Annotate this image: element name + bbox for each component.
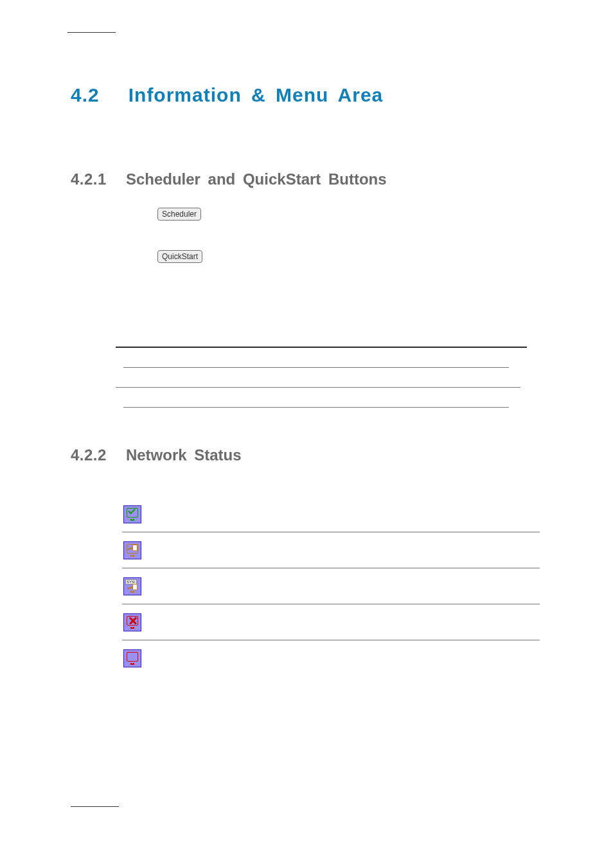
- divider-group: [116, 347, 549, 408]
- network-status-table: SYS!: [122, 496, 540, 676]
- subsection-title: Network Status: [126, 446, 242, 464]
- document-page: 4.2 Information & Menu Area 4.2.1 Schedu…: [0, 0, 613, 709]
- table-row: [122, 604, 540, 640]
- status-icon-cell: [122, 613, 143, 632]
- divider-line: [123, 407, 509, 408]
- status-icon-cell: [122, 649, 143, 668]
- scheduler-button[interactable]: Scheduler: [157, 208, 201, 221]
- table-row: SYS!: [122, 568, 540, 604]
- section-title: Information & Menu Area: [129, 84, 384, 106]
- quickstart-button[interactable]: QuickStart: [157, 250, 202, 263]
- status-icon-cell: [122, 541, 143, 560]
- table-row: [122, 640, 540, 676]
- button-example-row: Scheduler: [157, 208, 549, 221]
- status-icon-cell: SYS!: [122, 577, 143, 596]
- table-row: [122, 532, 540, 568]
- subsection-heading: 4.2.1 Scheduler and QuickStart Buttons: [71, 170, 549, 188]
- section-number: 4.2: [71, 84, 100, 106]
- header-rule: [67, 32, 116, 33]
- button-example-row: QuickStart: [157, 250, 549, 263]
- disconnected-icon: [123, 613, 141, 631]
- sys-plugged-icon: SYS!: [123, 577, 141, 595]
- section-heading: 4.2 Information & Menu Area: [71, 84, 549, 106]
- divider-line: [123, 367, 509, 368]
- footer-rule: [71, 806, 119, 807]
- status-icon-cell: [122, 505, 143, 524]
- table-row: [122, 496, 540, 532]
- monitor-off-icon: [123, 649, 141, 667]
- subsection-title: Scheduler and QuickStart Buttons: [126, 170, 387, 188]
- plugged-icon: [123, 541, 141, 559]
- divider-line: [116, 347, 527, 348]
- subsection-heading: 4.2.2 Network Status: [71, 446, 549, 464]
- subsection-number: 4.2.2: [71, 446, 107, 464]
- connected-ok-icon: [123, 505, 141, 523]
- divider-line: [116, 387, 520, 388]
- subsection-number: 4.2.1: [71, 170, 107, 188]
